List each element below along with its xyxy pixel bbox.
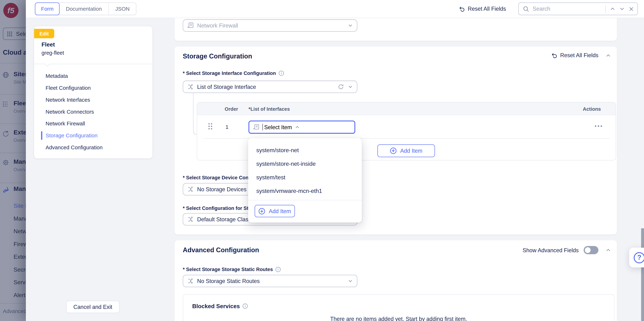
search-controls [605, 5, 634, 13]
view-tabs: Form Documentation JSON [35, 3, 136, 15]
info-icon [275, 266, 281, 272]
edit-badge: Edit [34, 29, 54, 38]
chevron-down-icon [348, 84, 353, 89]
dropdown-option[interactable]: system/vmware-mcn-eth1 [248, 184, 362, 197]
show-advanced-fields-label: Show Advanced Fields [522, 247, 579, 253]
storage-interface-select[interactable]: List of Storage Interface [183, 81, 357, 93]
blocked-services-title: Blocked Services [192, 303, 248, 309]
nav-item-network-connectors[interactable]: Network Connectors [34, 106, 152, 118]
advanced-section-title: Advanced Configuration [183, 246, 259, 254]
search-prev-icon[interactable] [610, 6, 615, 12]
col-order: Order [225, 106, 238, 112]
info-icon [242, 303, 248, 309]
storage-section-title: Storage Configuration [183, 53, 252, 60]
help-button[interactable]: ? [629, 248, 644, 267]
branch-icon [187, 186, 194, 193]
tab-form[interactable]: Form [35, 3, 60, 15]
plus-circle-icon [390, 147, 397, 154]
row-order-value: 1 [226, 124, 228, 130]
modal-scrim [0, 0, 26, 321]
divider [248, 200, 362, 200]
nav-item-network-firewall[interactable]: Network Firewall [34, 118, 152, 129]
branch-icon [187, 84, 194, 90]
storage-configuration-card: Storage Configuration Reset All Fields *… [174, 47, 617, 235]
question-icon: ? [634, 252, 644, 263]
f5-console-app: f5 Sele Cloud a Sites Site M [0, 0, 644, 321]
table-add-item-label: Add Item [400, 148, 422, 154]
nesting-connector [193, 93, 197, 135]
sheet-topbar: Form Documentation JSON Reset All Fields [26, 0, 644, 18]
collapse-section-icon[interactable] [605, 247, 611, 253]
object-name: greg-fleet [42, 50, 64, 56]
blocked-services-card: Blocked Services There are no items adde… [183, 294, 614, 321]
dropdown-option[interactable]: system/store-net-inside [248, 157, 362, 170]
branch-icon [187, 278, 194, 284]
show-advanced-fields-toggle[interactable] [584, 246, 598, 254]
chevron-up-icon [295, 125, 300, 129]
static-routes-value: No Storage Static Routes [197, 278, 260, 284]
sheet-body: Edit Fleet greg-fleet Metadata Fleet Con… [26, 18, 644, 321]
app-sidebar: f5 Sele Cloud a Sites Site M [0, 0, 26, 321]
section-nav: Metadata Fleet Configuration Network Int… [34, 70, 152, 154]
branch-icon [187, 216, 194, 223]
reset-all-fields-label: Reset All Fields [468, 6, 506, 12]
nav-item-metadata[interactable]: Metadata [34, 70, 152, 82]
drag-handle-icon[interactable] [208, 123, 212, 130]
col-actions: Actions [583, 106, 601, 112]
vertical-scrollbar-thumb[interactable] [641, 228, 644, 321]
search-icon [523, 6, 529, 12]
search-input[interactable] [533, 6, 602, 12]
tab-json[interactable]: JSON [108, 3, 136, 15]
table-add-item-button[interactable]: Add Item [377, 144, 435, 157]
storage-reset-all-fields-button[interactable]: Reset All Fields [551, 52, 598, 58]
nav-item-advanced-configuration[interactable]: Advanced Configuration [34, 141, 152, 153]
reset-all-fields-button[interactable]: Reset All Fields [459, 6, 506, 12]
row-actions-menu[interactable]: ••• [595, 123, 603, 129]
form-sheet: Form Documentation JSON Reset All Fields [26, 0, 644, 321]
storage-interface-label: * Select Storage Interface Configuration [183, 70, 284, 76]
divider [605, 5, 606, 13]
search-close-icon[interactable] [629, 6, 634, 11]
form-select-icon [187, 22, 194, 29]
reset-icon [551, 52, 557, 58]
static-routes-label: * Select Storage Storage Static Routes [183, 266, 281, 272]
plus-circle-icon [258, 208, 266, 215]
table-header: Order *List of Interfaces Actions [197, 102, 616, 115]
reset-icon [459, 6, 465, 12]
advanced-configuration-card: Advanced Configuration Show Advanced Fie… [174, 240, 617, 321]
network-firewall-select[interactable]: Network Firewall [183, 19, 357, 32]
dropdown-option[interactable]: system/store-net [248, 143, 362, 157]
nav-item-storage-configuration[interactable]: Storage Configuration [34, 129, 152, 141]
object-type: Fleet [42, 41, 55, 48]
text-cursor [262, 124, 263, 130]
storage-reset-all-fields-label: Reset All Fields [560, 52, 598, 58]
network-firewall-card: Network Firewall [174, 18, 617, 41]
tab-documentation[interactable]: Documentation [59, 3, 108, 15]
divider-notch [45, 61, 50, 67]
select-item-placeholder: Select Item [264, 124, 292, 130]
divider [34, 64, 152, 64]
dropdown-add-item-button[interactable]: Add Item [255, 205, 295, 217]
form-nav-card: Edit Fleet greg-fleet Metadata Fleet Con… [34, 27, 152, 158]
col-list-of-interfaces: *List of Interfaces [248, 106, 290, 112]
storage-interface-value: List of Storage Interface [197, 84, 256, 90]
refresh-icon[interactable] [338, 84, 344, 90]
select-item-combobox[interactable]: Select Item [248, 120, 355, 134]
search-next-icon[interactable] [620, 6, 625, 12]
storage-class-value: Default Storage Class [197, 216, 251, 222]
collapse-section-icon[interactable] [605, 53, 611, 58]
network-firewall-placeholder: Network Firewall [197, 23, 238, 29]
nav-item-network-interfaces[interactable]: Network Interfaces [34, 94, 152, 106]
nav-item-fleet-configuration[interactable]: Fleet Configuration [34, 82, 152, 94]
search-box [518, 3, 638, 15]
cancel-and-exit-button[interactable]: Cancel and Exit [66, 301, 120, 313]
info-icon [278, 70, 284, 76]
dropdown-add-item-label: Add Item [269, 208, 291, 214]
select-item-dropdown: system/store-net system/store-net-inside… [248, 138, 362, 223]
dropdown-option[interactable]: system/test [248, 170, 362, 184]
chevron-down-icon [348, 278, 353, 283]
static-routes-select[interactable]: No Storage Static Routes [183, 275, 357, 287]
toggle-knob [585, 247, 591, 253]
storage-device-value: No Storage Devices [197, 186, 246, 192]
chevron-down-icon [348, 23, 353, 28]
